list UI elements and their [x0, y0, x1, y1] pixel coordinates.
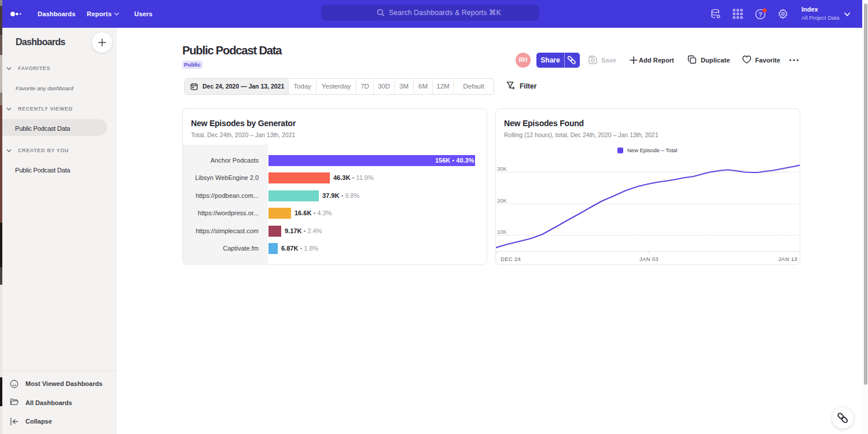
svg-text:?: ?	[759, 11, 763, 18]
